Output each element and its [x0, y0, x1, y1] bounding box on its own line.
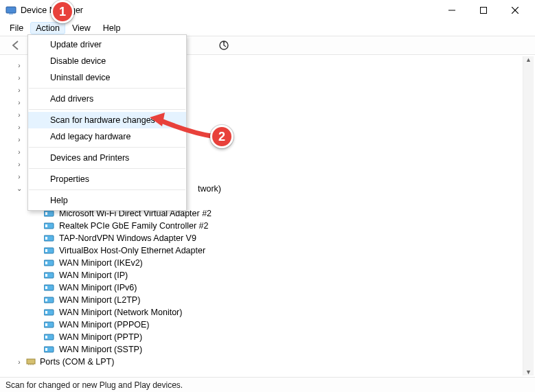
chevron-down-icon: ⌄	[15, 185, 23, 192]
scroll-up-icon: ▲	[525, 56, 532, 63]
adapter-row[interactable]: TAP-NordVPN Windows Adapter V9	[15, 232, 531, 244]
chevron-right-icon: ›	[15, 62, 23, 69]
svg-rect-0	[6, 7, 16, 13]
status-text: Scan for changed or new Plug and Play de…	[5, 380, 183, 390]
network-adapter-icon	[44, 296, 55, 304]
menu-help[interactable]: Help	[98, 22, 126, 34]
adapter-row[interactable]: WAN Miniport (IP)	[15, 269, 531, 281]
minimize-icon	[448, 7, 455, 14]
menu-separator	[29, 189, 185, 190]
svg-rect-28	[45, 323, 47, 326]
chevron-right-icon: ›	[15, 87, 23, 94]
menu-help[interactable]: Help	[28, 192, 186, 209]
adapter-label: Realtek PCIe GbE Family Controller #2	[59, 221, 208, 231]
menu-uninstall-device[interactable]: Uninstall device	[28, 69, 186, 86]
network-adapter-icon	[44, 259, 55, 267]
titlebar: Device Manager	[0, 0, 535, 21]
adapter-row[interactable]: WAN Miniport (IKEv2)	[15, 257, 531, 269]
menu-separator	[29, 109, 185, 110]
svg-rect-22	[45, 286, 47, 289]
svg-rect-30	[45, 336, 47, 338]
close-icon	[512, 7, 519, 14]
svg-rect-1	[9, 13, 13, 14]
menu-separator	[29, 88, 185, 89]
adapter-row[interactable]: WAN Miniport (IPv6)	[15, 281, 531, 294]
menu-separator	[29, 168, 185, 169]
svg-rect-14	[45, 237, 47, 240]
adapter-label: WAN Miniport (L2TP)	[59, 295, 140, 305]
svg-rect-3	[481, 8, 487, 14]
menu-add-drivers[interactable]: Add drivers	[28, 91, 186, 107]
update-driver-button[interactable]	[216, 38, 231, 53]
adapter-label: VirtualBox Host-Only Ethernet Adapter	[59, 246, 205, 255]
adapter-row[interactable]: VirtualBox Host-Only Ethernet Adapter	[15, 244, 531, 257]
menu-update-driver[interactable]: Update driver	[28, 36, 186, 53]
tree-category-ports[interactable]: › Ports (COM & LPT)	[15, 356, 531, 368]
adapter-row[interactable]: WAN Miniport (L2TP)	[15, 294, 531, 306]
chevron-right-icon: ›	[15, 161, 23, 168]
app-icon	[5, 5, 16, 16]
adapter-label: TAP-NordVPN Windows Adapter V9	[59, 233, 196, 243]
menu-action[interactable]: Action	[30, 22, 65, 34]
svg-rect-24	[45, 299, 47, 301]
annotation-callout-one: 1	[51, 0, 74, 23]
chevron-right-icon: ›	[15, 99, 23, 106]
adapter-row[interactable]: Realtek PCIe GbE Family Controller #2	[15, 220, 531, 232]
back-icon	[10, 40, 21, 51]
tree-category-label: Ports (COM & LPT)	[40, 357, 114, 367]
svg-rect-20	[45, 274, 47, 277]
menu-devices-printers[interactable]: Devices and Printers	[28, 150, 186, 166]
network-adapter-icon	[44, 345, 55, 354]
minimize-button[interactable]	[436, 0, 468, 21]
network-adapter-icon	[44, 321, 55, 329]
action-menu-dropdown: Update driver Disable device Uninstall d…	[27, 34, 187, 211]
adapter-label: WAN Miniport (Network Monitor)	[59, 308, 182, 317]
chevron-right-icon: ›	[15, 358, 23, 366]
menu-disable-device[interactable]: Disable device	[28, 53, 186, 69]
adapter-label: WAN Miniport (IPv6)	[59, 283, 137, 292]
chevron-right-icon: ›	[15, 111, 23, 119]
network-adapter-icon	[44, 271, 55, 279]
adapter-label: WAN Miniport (IKEv2)	[59, 258, 143, 268]
update-driver-icon	[218, 40, 229, 51]
adapter-row[interactable]: WAN Miniport (PPPOE)	[15, 319, 531, 331]
network-adapter-icon	[44, 234, 55, 242]
adapter-row[interactable]: WAN Miniport (PPTP)	[15, 331, 531, 343]
ports-icon	[26, 358, 37, 366]
close-button[interactable]	[499, 0, 531, 21]
menu-view[interactable]: View	[67, 22, 96, 34]
network-adapter-icon	[44, 284, 55, 292]
chevron-right-icon: ›	[15, 74, 23, 82]
svg-rect-16	[45, 249, 47, 252]
chevron-right-icon: ›	[15, 173, 23, 181]
menu-scan-hardware-changes[interactable]: Scan for hardware changes	[28, 112, 186, 128]
svg-rect-18	[45, 262, 47, 264]
svg-rect-10	[45, 212, 47, 215]
adapter-label: WAN Miniport (SSTP)	[59, 345, 142, 354]
network-adapter-icon	[44, 308, 55, 316]
chevron-right-icon: ›	[15, 124, 23, 131]
menu-properties[interactable]: Properties	[28, 171, 186, 187]
menu-file[interactable]: File	[4, 22, 29, 34]
annotation-callout-two: 2	[210, 125, 234, 148]
menubar: File Action View Help	[0, 21, 535, 36]
adapter-label: WAN Miniport (PPTP)	[59, 332, 142, 342]
chevron-right-icon: ›	[15, 136, 23, 143]
adapter-row[interactable]: WAN Miniport (Network Monitor)	[15, 306, 531, 319]
adapter-row[interactable]: WAN Miniport (SSTP)	[15, 343, 531, 356]
maximize-icon	[480, 7, 487, 14]
vertical-scrollbar[interactable]: ▲ ▼	[523, 56, 534, 376]
svg-rect-26	[45, 311, 47, 314]
network-adapter-icon	[44, 222, 55, 230]
svg-rect-33	[27, 359, 35, 364]
chevron-right-icon: ›	[15, 148, 23, 156]
maximize-button[interactable]	[468, 0, 499, 21]
network-adapter-icon	[44, 246, 55, 255]
menu-add-legacy-hardware[interactable]: Add legacy hardware	[28, 128, 186, 145]
svg-rect-12	[45, 224, 47, 227]
menu-separator	[29, 147, 185, 148]
adapter-label: WAN Miniport (PPPOE)	[59, 320, 150, 330]
back-button[interactable]	[8, 38, 23, 53]
svg-rect-32	[45, 348, 47, 351]
network-adapter-icon	[44, 333, 55, 341]
